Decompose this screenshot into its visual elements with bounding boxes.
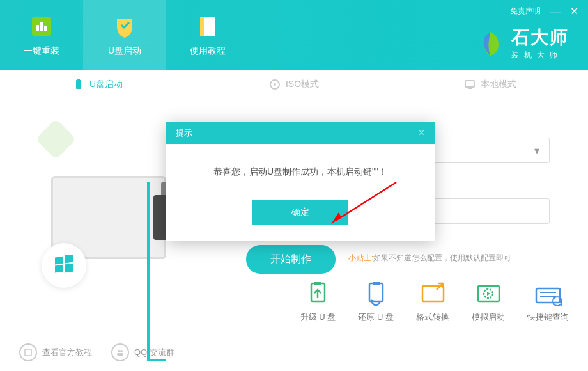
subtab-label: U盘启动	[89, 79, 123, 90]
svg-rect-31	[117, 353, 123, 356]
nav-tabs: 一键重装 U盘启动 使用教程	[0, 0, 249, 70]
svg-rect-1	[36, 25, 39, 31]
confirm-button[interactable]: 确定	[252, 200, 348, 225]
usb-icon	[73, 79, 84, 90]
action-simulate[interactable]: 模拟启动	[472, 282, 505, 323]
tip-label: 小贴士:	[348, 253, 373, 262]
action-row: 升级 U 盘 还原 U 盘 格式转换 模拟启动 快捷键查询	[300, 282, 569, 323]
action-restore[interactable]: 还原 U 盘	[358, 282, 394, 323]
tab-reinstall[interactable]: 一键重装	[0, 0, 83, 70]
action-hotkey[interactable]: 快捷键查询	[527, 282, 569, 323]
footer-label: 查看官方教程	[42, 347, 92, 358]
tab-usb-boot[interactable]: U盘启动	[83, 0, 166, 70]
book-small-icon	[19, 343, 37, 361]
action-label: 格式转换	[416, 312, 449, 323]
footer: 查看官方教程 QQ 交流群	[0, 333, 588, 371]
disclaimer-link[interactable]: 免责声明	[510, 6, 541, 17]
subtab-label: ISO模式	[286, 79, 319, 90]
svg-rect-17	[314, 282, 321, 285]
window-controls: 免责声明 — ✕	[510, 5, 578, 17]
svg-rect-6	[76, 80, 81, 89]
action-label: 还原 U 盘	[358, 312, 394, 323]
dialog-message: 恭喜您，启动U盘制作成功，本机启动键""！	[166, 144, 435, 200]
decoration-icon	[36, 119, 77, 160]
svg-rect-18	[369, 283, 383, 301]
book-icon	[195, 13, 220, 39]
dialog-footer: 确定	[166, 200, 435, 241]
svg-rect-5	[200, 17, 204, 36]
svg-rect-13	[65, 255, 73, 263]
action-label: 快捷键查询	[527, 312, 569, 323]
sub-tabs: U盘启动 ISO模式 本地模式	[0, 70, 588, 99]
dialog: 提示 ✕ 恭喜您，启动U盘制作成功，本机启动键""！ 确定	[166, 122, 435, 241]
shield-icon	[112, 13, 137, 39]
svg-point-29	[118, 350, 120, 352]
svg-rect-19	[373, 282, 380, 285]
tip-content: 如果不知道怎么配置，使用默认配置即可	[373, 253, 511, 262]
svg-line-27	[561, 304, 562, 306]
simulate-icon	[474, 282, 503, 306]
close-button[interactable]: ✕	[570, 5, 578, 17]
dialog-close-icon[interactable]: ✕	[418, 128, 425, 138]
footer-qq[interactable]: QQ 交流群	[111, 343, 174, 361]
brand-title: 石大师	[511, 26, 569, 50]
subtab-local[interactable]: 本地模式	[392, 70, 588, 99]
tab-tutorial[interactable]: 使用教程	[166, 0, 249, 70]
svg-rect-10	[465, 81, 474, 87]
svg-rect-15	[65, 263, 73, 272]
svg-rect-14	[55, 264, 63, 272]
svg-rect-28	[25, 349, 31, 356]
action-convert[interactable]: 格式转换	[416, 282, 449, 323]
dialog-header: 提示 ✕	[166, 122, 435, 144]
svg-rect-20	[422, 286, 444, 301]
tip-text: 小贴士:如果不知道怎么配置，使用默认配置即可	[348, 253, 511, 264]
brand-subtitle: 装机大师	[511, 50, 569, 61]
brand-logo-icon	[476, 29, 505, 58]
subtab-label: 本地模式	[481, 79, 516, 90]
monitor-icon	[464, 79, 476, 90]
minimize-button[interactable]: —	[550, 6, 561, 17]
brand: 石大师 装机大师	[476, 26, 569, 61]
tab-label: 一键重装	[24, 45, 59, 57]
group-icon	[111, 343, 129, 361]
svg-rect-7	[77, 79, 80, 81]
tab-label: U盘启动	[108, 45, 141, 57]
action-upgrade[interactable]: 升级 U 盘	[300, 282, 336, 323]
svg-point-30	[120, 350, 123, 352]
app-header: 一键重装 U盘启动 使用教程 免责声明 — ✕ 石大师 装机大师	[0, 0, 588, 70]
svg-rect-2	[40, 22, 43, 31]
chevron-down-icon: ▾	[534, 145, 539, 157]
tab-label: 使用教程	[190, 45, 226, 57]
iso-icon	[269, 79, 281, 90]
dialog-title: 提示	[176, 127, 192, 139]
start-button[interactable]: 开始制作	[246, 245, 336, 274]
footer-label: QQ 交流群	[134, 347, 174, 358]
subtab-iso[interactable]: ISO模式	[196, 70, 392, 99]
bar-chart-icon	[29, 13, 54, 39]
action-label: 升级 U 盘	[300, 312, 336, 323]
svg-rect-11	[468, 88, 472, 89]
windows-icon	[42, 243, 86, 288]
subtab-usb[interactable]: U盘启动	[0, 70, 196, 99]
svg-rect-12	[55, 256, 63, 264]
svg-point-9	[274, 83, 276, 86]
upgrade-icon	[304, 282, 332, 306]
keyboard-icon	[534, 282, 562, 306]
svg-rect-3	[44, 26, 47, 31]
footer-tutorial[interactable]: 查看官方教程	[19, 343, 92, 361]
convert-icon	[419, 282, 447, 306]
action-label: 模拟启动	[472, 312, 505, 323]
restore-icon	[362, 282, 391, 306]
